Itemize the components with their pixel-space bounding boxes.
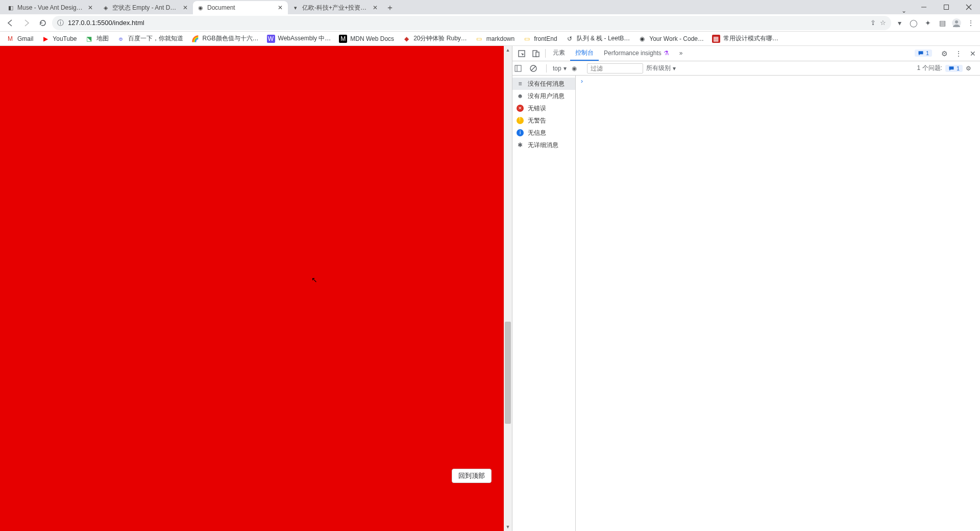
list-icon: ≡ <box>517 80 524 87</box>
svg-line-12 <box>531 66 535 70</box>
badge-count: 1 <box>926 50 929 56</box>
browser-tab-3[interactable]: ▾ 亿欧-科技+产业+投资信息平台 ✕ <box>288 1 383 14</box>
sidebar-item-warnings[interactable]: 无警告 <box>512 114 575 127</box>
ext-icon-2[interactable]: ◯ <box>908 17 920 29</box>
bookmark-item[interactable]: ◉Your Work - Code… <box>635 33 707 45</box>
page-viewport-wrap: 回到顶部 ↖ ▲ ▼ <box>0 46 512 531</box>
bookmark-item[interactable]: ⌾百度一下，你就知道 <box>114 33 186 45</box>
sidebar-item-user[interactable]: ☻ 没有用户消息 <box>512 90 575 102</box>
extension-icons: ▾ ◯ ✦ ▤ ⋮ <box>893 17 977 29</box>
ext-icon-1[interactable]: ▾ <box>893 17 905 29</box>
favicon-icon: ▾ <box>292 4 299 11</box>
tab-title: Document <box>207 4 274 11</box>
messages-badge[interactable]: 1 <box>910 46 937 61</box>
devtools-close-button[interactable]: ✕ <box>966 46 980 61</box>
devtools-settings-button[interactable]: ⚙ <box>937 46 951 61</box>
filter-input[interactable] <box>587 63 643 74</box>
close-icon[interactable]: ✕ <box>277 4 284 11</box>
console-prompt-icon: › <box>581 78 583 85</box>
bookmark-label: WebAssembly 中… <box>278 34 331 43</box>
issues-indicator[interactable]: 1 个问题: 1 <box>917 64 963 73</box>
devtools-menu-button[interactable]: ⋮ <box>951 46 966 61</box>
close-icon[interactable]: ✕ <box>182 4 189 11</box>
browser-titlebar: ◧ Muse - Vue Ant Design Dashb ✕ ◈ 空状态 Em… <box>0 0 980 14</box>
bookmark-item[interactable]: ▦常用设计模式有哪… <box>709 33 781 45</box>
execution-context-selector[interactable]: top ▾ <box>551 65 569 72</box>
scroll-down-icon[interactable]: ▼ <box>504 523 512 531</box>
cursor-icon: ↖ <box>311 276 317 284</box>
tab-overflow-button[interactable]: ⌄ <box>895 7 913 14</box>
vertical-scrollbar[interactable]: ▲ ▼ <box>504 46 512 531</box>
sidebar-item-errors[interactable]: ✕ 无错误 <box>512 102 575 114</box>
bookmark-icon: ▦ <box>712 35 720 43</box>
back-to-top-button[interactable]: 回到顶部 <box>452 469 492 483</box>
bookmark-label: markdown <box>486 35 514 42</box>
divider <box>545 49 546 58</box>
console-output[interactable]: › <box>576 76 980 531</box>
back-button[interactable] <box>3 16 17 30</box>
browser-tab-0[interactable]: ◧ Muse - Vue Ant Design Dashb ✕ <box>3 1 98 14</box>
close-icon[interactable]: ✕ <box>372 4 379 11</box>
tab-performance-insights[interactable]: Performance insights⚗ <box>599 46 674 61</box>
bookmark-item[interactable]: ◆20分钟体验 Ruby… <box>399 33 470 45</box>
browser-tab-1[interactable]: ◈ 空状态 Empty - Ant Design Vu ✕ <box>98 1 193 14</box>
address-bar[interactable]: ⓘ 127.0.0.1:5500/index.html ⇪ ☆ <box>52 16 891 30</box>
page-viewport[interactable]: 回到顶部 ↖ <box>0 46 504 531</box>
sidebar-item-verbose[interactable]: ✱ 无详细消息 <box>512 139 575 151</box>
new-tab-button[interactable]: ＋ <box>383 1 397 14</box>
devtools-panel: 元素 控制台 Performance insights⚗ » 1 ⚙ ⋮ ✕ t… <box>512 46 980 531</box>
maximize-button[interactable] <box>935 0 958 14</box>
live-expression-button[interactable]: ◉ <box>572 65 584 72</box>
bookmark-label: Gmail <box>17 35 33 42</box>
bookmark-item[interactable]: ⬔地图 <box>82 33 112 45</box>
bookmark-item[interactable]: ↺队列 & 栈 - LeetB… <box>562 33 633 45</box>
tab-more[interactable]: » <box>674 46 688 61</box>
bookmark-item[interactable]: ▶YouTube <box>38 33 80 45</box>
console-settings-button[interactable]: ⚙ <box>966 65 978 72</box>
window-close-button[interactable] <box>958 0 980 14</box>
bookmark-star-icon[interactable]: ☆ <box>880 19 886 27</box>
bookmark-item[interactable]: MMDN Web Docs <box>336 33 397 45</box>
chevron-down-icon: ▾ <box>564 65 567 72</box>
bookmark-item[interactable]: ▭frontEnd <box>520 33 560 45</box>
clear-console-button[interactable] <box>530 65 542 72</box>
scrollbar-thumb[interactable] <box>505 322 511 424</box>
scroll-up-icon[interactable]: ▲ <box>504 46 512 54</box>
tab-console[interactable]: 控制台 <box>570 46 599 61</box>
chevron-down-icon: ▾ <box>673 65 676 72</box>
tab-strip: ◧ Muse - Vue Ant Design Dashb ✕ ◈ 空状态 Em… <box>0 0 895 14</box>
ext-icon-3[interactable]: ▤ <box>936 17 948 29</box>
bookmark-icon: 🌈 <box>191 35 200 43</box>
bookmark-icon: ⌾ <box>117 35 125 43</box>
inspect-element-button[interactable] <box>514 46 529 61</box>
device-toggle-button[interactable] <box>529 46 543 61</box>
bookmark-label: 常用设计模式有哪… <box>723 34 778 43</box>
share-icon[interactable]: ⇪ <box>870 19 876 27</box>
bookmark-item[interactable]: ▭markdown <box>472 33 518 45</box>
bookmark-item[interactable]: MGmail <box>3 33 36 45</box>
browser-toolbar: ⓘ 127.0.0.1:5500/index.html ⇪ ☆ ▾ ◯ ✦ ▤ … <box>0 14 980 32</box>
browser-tab-2[interactable]: ◉ Document ✕ <box>193 1 288 14</box>
chrome-menu-button[interactable]: ⋮ <box>965 17 977 29</box>
log-levels-selector[interactable]: 所有级别 ▾ <box>646 64 676 73</box>
sidebar-item-all[interactable]: ≡ 没有任何消息 <box>512 78 575 90</box>
minimize-button[interactable] <box>913 0 935 14</box>
bookmark-label: 队列 & 栈 - LeetB… <box>577 34 630 43</box>
close-icon[interactable]: ✕ <box>87 4 94 11</box>
bookmark-label: Your Work - Code… <box>649 35 704 42</box>
console-body: ≡ 没有任何消息 ☻ 没有用户消息 ✕ 无错误 无警告 i 无信息 <box>512 76 980 531</box>
bookmark-item[interactable]: WWebAssembly 中… <box>264 33 334 45</box>
toggle-sidebar-button[interactable] <box>514 65 527 72</box>
profile-avatar[interactable] <box>950 17 963 29</box>
reload-button[interactable] <box>36 16 50 30</box>
bookmark-label: YouTube <box>53 35 77 42</box>
site-info-icon[interactable]: ⓘ <box>57 18 64 28</box>
forward-button[interactable] <box>19 16 34 30</box>
tab-title: 亿欧-科技+产业+投资信息平台 <box>302 4 369 12</box>
bookmark-item[interactable]: 🌈RGB颜色值与十六… <box>188 33 262 45</box>
tab-elements[interactable]: 元素 <box>548 46 570 61</box>
sidebar-item-info[interactable]: i 无信息 <box>512 127 575 139</box>
bookmark-label: MDN Web Docs <box>350 35 394 42</box>
extensions-button[interactable]: ✦ <box>922 17 934 29</box>
sidebar-label: 没有任何消息 <box>528 80 565 88</box>
